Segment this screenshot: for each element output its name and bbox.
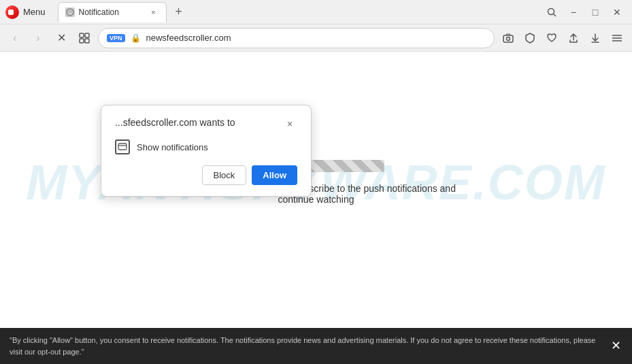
notification-row: Show notifications [115,139,297,154]
allow-button[interactable]: Allow [252,165,297,185]
browser-logo [5,5,19,19]
forward-button[interactable]: › [29,29,48,48]
tab-close-button[interactable]: × [148,7,159,18]
close-button[interactable]: ✕ [608,3,627,22]
consent-close-button[interactable]: ✕ [608,338,624,354]
svg-rect-12 [118,144,127,150]
heart-icon[interactable] [542,29,561,48]
block-button[interactable]: Block [202,165,247,185]
popup-actions: Block Allow [115,165,297,185]
maximize-button[interactable]: □ [586,3,605,22]
share-icon[interactable] [564,29,583,48]
notification-label: Show notifications [137,142,208,152]
consent-bar: "By clicking "Allow" button, you consent… [0,328,632,364]
svg-rect-3 [80,33,84,37]
svg-rect-6 [85,39,89,43]
tabs-grid-button[interactable] [75,29,94,48]
back-button[interactable]: ‹ [5,29,24,48]
address-bar: ‹ › ✕ VPN 🔒 newsfeedscroller.com [0,24,632,52]
camera-icon[interactable] [499,29,518,48]
toolbar-icons [499,29,627,48]
popup-header: ...sfeedscroller.com wants to × [115,116,297,131]
vpn-badge: VPN [107,34,125,42]
svg-rect-5 [80,39,84,43]
shield-icon[interactable] [520,29,539,48]
window-controls: − □ ✕ [542,3,627,22]
search-button[interactable] [542,3,561,22]
settings-icon[interactable] [608,29,627,48]
titlebar: Menu Notification × + − □ ✕ [0,0,632,24]
menu-button[interactable]: Menu [19,4,50,20]
svg-point-8 [507,37,510,40]
new-tab-button[interactable]: + [169,3,188,22]
svg-rect-7 [503,35,513,42]
svg-line-2 [554,14,556,16]
svg-rect-4 [85,33,89,37]
address-input[interactable]: VPN 🔒 newsfeedscroller.com [98,28,495,48]
lock-icon: 🔒 [131,33,141,43]
download-icon[interactable] [586,29,605,48]
svg-point-0 [67,9,73,16]
url-text: newsfeedscroller.com [146,33,486,43]
tab-title: Notification [79,7,144,17]
stop-reload-button[interactable]: ✕ [52,29,71,48]
page-content: MYANTISPYWARE.COM ...sfeedscroller.com w… [0,52,632,312]
tab-bar: Notification × + [58,2,542,22]
popup-title: ...sfeedscroller.com wants to [115,116,282,129]
tab-favicon [65,7,75,17]
notification-popup: ...sfeedscroller.com wants to × Show not… [101,105,312,197]
svg-point-1 [548,8,554,14]
notification-icon [115,139,130,154]
consent-text: "By clicking "Allow" button, you consent… [10,335,599,357]
minimize-button[interactable]: − [564,3,583,22]
popup-close-button[interactable]: × [282,116,297,131]
active-tab[interactable]: Notification × [58,2,167,22]
